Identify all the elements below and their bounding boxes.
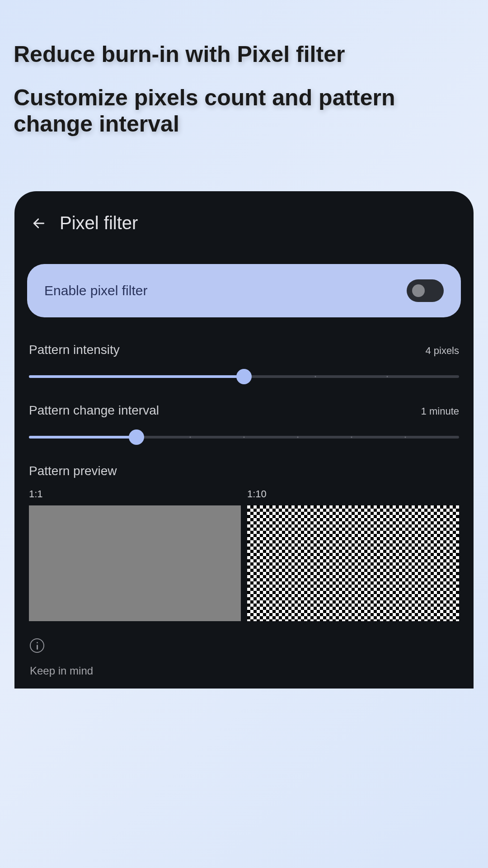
page-title: Pixel filter: [60, 213, 138, 233]
promo-subtitle: Customize pixels count and pattern chang…: [14, 85, 474, 137]
settings-screen: Pixel filter Enable pixel filter Pattern…: [14, 191, 474, 689]
pattern-intensity-label: Pattern intensity: [29, 343, 120, 357]
info-icon: [30, 638, 44, 653]
pattern-interval-section: Pattern change interval 1 minute: [27, 403, 461, 445]
info-heading: Keep in mind: [30, 665, 458, 677]
pattern-interval-value: 1 minute: [421, 406, 459, 417]
promo-title: Reduce burn-in with Pixel filter: [14, 41, 474, 68]
pattern-preview-title: Pattern preview: [29, 464, 459, 478]
info-section: Keep in mind: [27, 638, 461, 677]
preview-ratio-fine: 1:1: [29, 488, 241, 500]
pattern-intensity-slider[interactable]: [29, 369, 459, 384]
pattern-interval-slider[interactable]: [29, 429, 459, 445]
preview-ratio-coarse: 1:10: [247, 488, 459, 500]
enable-toggle[interactable]: [407, 279, 444, 302]
preview-coarse-image: [247, 505, 459, 621]
slider-thumb[interactable]: [129, 429, 144, 445]
pattern-intensity-value: 4 pixels: [425, 345, 459, 357]
pattern-preview-section: Pattern preview 1:1 1:10: [27, 464, 461, 621]
toggle-knob: [412, 284, 425, 297]
slider-fill: [29, 375, 244, 378]
pattern-interval-label: Pattern change interval: [29, 403, 159, 418]
preview-fine-image: [29, 505, 241, 621]
slider-fill: [29, 436, 136, 439]
enable-label: Enable pixel filter: [44, 283, 147, 298]
pattern-intensity-section: Pattern intensity 4 pixels: [27, 343, 461, 384]
back-arrow-icon[interactable]: [31, 215, 47, 231]
slider-thumb[interactable]: [236, 369, 252, 384]
enable-pixel-filter-card[interactable]: Enable pixel filter: [27, 264, 461, 317]
app-header: Pixel filter: [27, 213, 461, 233]
